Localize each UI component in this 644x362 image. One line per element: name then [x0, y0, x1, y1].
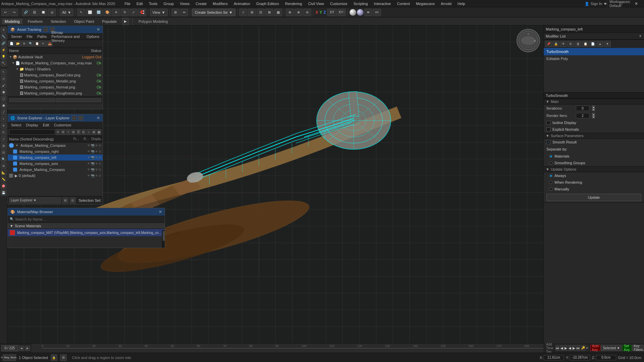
left-eye-icon[interactable]: 👁	[87, 156, 90, 159]
mb-scroll-thumb[interactable]	[163, 231, 165, 241]
menu-views[interactable]: Views	[177, 1, 192, 6]
mb-scrollbar[interactable]	[162, 230, 165, 248]
scale-button[interactable]: ⤢	[129, 9, 138, 16]
se-sort-btn[interactable]: ↕	[87, 129, 91, 135]
lock-selection-btn[interactable]: 🔒	[51, 354, 57, 361]
scale-side-btn[interactable]: ⤢	[1, 136, 7, 142]
at-tree-maxfile[interactable]: ▼ 📄 Antique_Marking_Compass_max_vray.max…	[8, 60, 103, 66]
menu-arnold[interactable]: Arnold	[438, 1, 454, 6]
se-options-btn[interactable]: ▦	[97, 129, 101, 135]
display-panel-btn[interactable]: 💡	[1, 54, 7, 60]
coordinate-system-button[interactable]: XY	[327, 9, 337, 16]
right-eye-icon[interactable]: 👁	[87, 150, 90, 153]
root-eye-icon[interactable]: 👁	[87, 144, 90, 147]
timeline-prev-btn[interactable]: ◄	[19, 346, 24, 351]
tb-misc-2[interactable]: ⊞	[248, 9, 256, 16]
select-color-button[interactable]: 🎨	[103, 9, 111, 16]
close-button[interactable]: ✕	[629, 0, 644, 7]
se-tree-axis[interactable]: Marking_compass_axis 👁 📷 ❄ ⊟	[8, 161, 103, 167]
snaps-button[interactable]: 🧲	[138, 9, 146, 16]
se-tree-left[interactable]: Marking_compass_left 👁 📷 ❄ ⊟	[8, 155, 103, 161]
mod-lock-btn[interactable]: 🔒	[552, 41, 559, 47]
menu-edit[interactable]: Edit	[134, 1, 146, 6]
at-menu-bitmap[interactable]: Bitmap Performance and Memory	[49, 30, 84, 43]
at-tb-4[interactable]: 🔍	[28, 41, 34, 47]
left-hide-icon[interactable]: ⊟	[99, 156, 101, 159]
bind-button[interactable]: 🔲	[39, 9, 47, 16]
tb-misc-7[interactable]: ⊗	[294, 9, 303, 16]
se-list-btn[interactable]: ☰	[76, 129, 80, 135]
restore-button[interactable]: □	[613, 0, 629, 7]
left-freeze-icon[interactable]: ❄	[95, 156, 98, 159]
motion-panel-btn[interactable]: ⚡	[1, 47, 7, 53]
tab-modeling[interactable]: Modeling	[2, 19, 22, 24]
nav-compass[interactable]: T R	[517, 29, 540, 52]
at-tree-maps[interactable]: ▼ 📁 Maps / Shaders	[8, 66, 103, 72]
compass2-hide-icon[interactable]: ⊟	[99, 168, 101, 171]
compass2-freeze-icon[interactable]: ❄	[95, 168, 98, 171]
smoothing-groups-radio[interactable]	[549, 161, 552, 165]
tab-selection[interactable]: Selection	[48, 19, 68, 24]
right-freeze-icon[interactable]: ❄	[95, 150, 98, 153]
at-tb-6[interactable]: ↻	[40, 41, 46, 47]
mb-search-input[interactable]	[15, 217, 163, 222]
play-btn[interactable]: ▶	[564, 345, 568, 351]
set-key-btn[interactable]: Set Key	[622, 345, 631, 351]
tb-misc-3[interactable]: ⊟	[257, 9, 265, 16]
se-search-input[interactable]	[9, 129, 55, 135]
turbosmooth-header[interactable]: TurboSmooth	[544, 93, 644, 99]
se-close-btn[interactable]: ✕	[97, 116, 100, 120]
create-panel-btn[interactable]: ✛	[1, 27, 7, 33]
root-hide-icon[interactable]: ⊟	[99, 144, 101, 147]
next-frame-btn[interactable]: ▶	[572, 345, 576, 351]
se-menu-display[interactable]: Display	[24, 122, 40, 128]
asset-close-btn[interactable]: ✕	[97, 27, 100, 32]
selected-dropdown[interactable]: Selected ▼	[601, 345, 622, 351]
always-radio[interactable]	[549, 174, 552, 177]
menu-file[interactable]: File	[122, 1, 133, 6]
prev-frame-btn[interactable]: ◀	[560, 345, 564, 351]
se-group-btn[interactable]: ⊞	[71, 129, 75, 135]
select-obj-button[interactable]: ↖	[77, 9, 85, 16]
select-mode-dropdown[interactable]: All ▼	[60, 9, 73, 16]
play-reverse-btn[interactable]: ◀	[568, 345, 572, 351]
bind2-button[interactable]: ◎	[48, 9, 56, 16]
layer-eye-icon[interactable]: 👁	[87, 174, 90, 177]
mod-delete-btn[interactable]: 🗑	[575, 41, 581, 47]
menu-tools[interactable]: Tools	[146, 1, 160, 6]
menu-scripting[interactable]: Scripting	[351, 1, 371, 6]
iter-up[interactable]: ▲	[592, 106, 595, 108]
se-tree-root[interactable]: ▼ Antique_Marking_Compass 👁 📷 ❄ ⊟	[8, 142, 103, 148]
material-editor-button[interactable]: M	[364, 9, 372, 16]
side-misc-7[interactable]: 🎯	[1, 183, 7, 189]
mod-up-btn[interactable]: ▲	[597, 41, 603, 47]
menu-animation[interactable]: Animation	[231, 1, 253, 6]
mod-pin-btn[interactable]: 📌	[545, 41, 552, 47]
mod-configure-btn[interactable]: ⚙	[567, 41, 574, 47]
auto-key-btn[interactable]: Auto Key	[590, 345, 601, 351]
utilities-panel-btn[interactable]: 🔨	[1, 60, 7, 66]
at-tb-2[interactable]: 📂	[15, 41, 21, 47]
element-btn[interactable]: ⬡	[1, 96, 7, 102]
rotate-button[interactable]: ↻	[121, 9, 129, 16]
at-menu-options[interactable]: Options	[85, 34, 101, 39]
compass2-eye-icon[interactable]: 👁	[87, 168, 90, 171]
iterations-input[interactable]	[576, 106, 589, 111]
at-menu-paths[interactable]: Paths	[35, 34, 49, 39]
rotate-side-btn[interactable]: ↻	[1, 129, 7, 135]
mb-close-btn[interactable]: ✕	[159, 209, 162, 214]
root-freeze-icon[interactable]: ❄	[95, 144, 98, 147]
timeline-next-btn[interactable]: ►	[25, 346, 30, 351]
menu-interactive[interactable]: Interactive	[371, 1, 394, 6]
slate-button[interactable]: MS	[373, 9, 381, 16]
tb-misc-6[interactable]: ⊕	[286, 9, 294, 16]
iter-down[interactable]: ▼	[592, 108, 595, 111]
se-filter-btn[interactable]: ⚙	[61, 129, 65, 135]
se-misc-btn[interactable]: ⊠	[92, 129, 96, 135]
side-misc-5[interactable]: 📐	[1, 170, 7, 176]
select-tool-btn[interactable]: ↖	[1, 69, 7, 75]
iterations-spinner[interactable]: ▲ ▼	[592, 106, 595, 111]
at-tb-3[interactable]: ⚙	[21, 41, 27, 47]
root-render-icon[interactable]: 📷	[91, 144, 95, 147]
menu-rendering[interactable]: Rendering	[282, 1, 305, 6]
